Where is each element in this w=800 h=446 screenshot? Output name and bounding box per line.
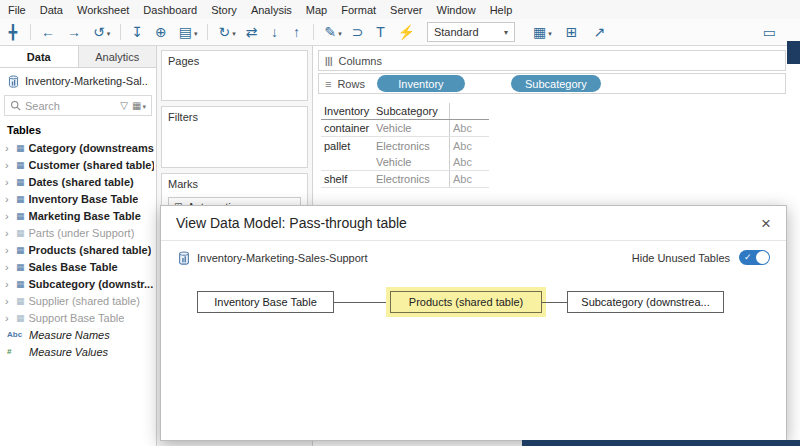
show-mark-labels-icon[interactable]: T — [375, 25, 387, 39]
marks-label: Marks — [168, 178, 301, 190]
field-type-icon: Abc — [7, 330, 25, 339]
measure-label: Measure Values — [29, 346, 108, 358]
new-datasource-icon[interactable]: ⊕ — [155, 25, 169, 39]
new-worksheet-icon[interactable]: ▤ ▾ — [179, 25, 198, 39]
table-row[interactable]: shelf Electronics Abc — [321, 171, 489, 188]
column-header-subcategory[interactable]: Subcategory — [373, 103, 449, 119]
tab-analytics[interactable]: Analytics — [78, 46, 157, 67]
table-list-item[interactable]: › ▦ Parts (under Support) — [0, 224, 156, 241]
menu-item[interactable]: Dashboard — [143, 4, 197, 16]
table-list-item[interactable]: › ▦ Inventory Base Table — [0, 190, 156, 207]
dialog-subheader: Inventory-Marketing-Sales-Support Hide U… — [161, 241, 786, 265]
view-options-icon[interactable]: ▦ ▾ — [132, 100, 146, 111]
datasource-icon — [7, 75, 20, 88]
table-icon: ▦ — [16, 279, 25, 289]
show-me-icon[interactable]: ▦ ▾ — [533, 25, 552, 39]
sort-descending-icon[interactable]: ↑ — [291, 25, 303, 39]
model-node-subcategory[interactable]: Subcategory (downstrea... — [567, 291, 724, 313]
menu-item[interactable]: Format — [341, 4, 376, 16]
expand-chevron-icon[interactable]: › — [5, 193, 12, 205]
table-icon: ▦ — [16, 177, 25, 187]
presentation-mode-icon[interactable]: ▭ — [763, 25, 778, 39]
group-members-icon[interactable]: ⊃ — [352, 25, 366, 39]
menu-item[interactable]: Story — [211, 4, 237, 16]
table-list-item[interactable]: › ▦ Marketing Base Table — [0, 207, 156, 224]
table-label: Dates (shared table) — [29, 176, 134, 188]
table-row[interactable]: pallet Electronics Abc — [321, 137, 489, 154]
menu-item[interactable]: File — [8, 4, 26, 16]
table-label: Parts (under Support) — [29, 227, 135, 239]
redo-icon[interactable]: → — [67, 25, 83, 39]
expand-chevron-icon[interactable]: › — [5, 159, 12, 171]
menu-item[interactable]: Data — [40, 4, 63, 16]
table-row[interactable]: container Vehicle Abc — [321, 120, 489, 137]
rows-shelf[interactable]: ≡ Rows InventorySubcategory — [318, 73, 786, 94]
expand-chevron-icon[interactable]: › — [5, 261, 12, 273]
expand-chevron-icon[interactable]: › — [5, 176, 12, 188]
toolbar-divider — [207, 24, 208, 40]
model-node-inventory-base[interactable]: Inventory Base Table — [197, 291, 334, 313]
expand-chevron-icon[interactable]: › — [5, 312, 12, 324]
expand-chevron-icon[interactable]: › — [5, 142, 12, 154]
table-icon: ▦ — [16, 143, 25, 153]
refresh-icon[interactable]: ↻ ▾ — [218, 25, 235, 39]
model-node-products-highlighted[interactable]: Products (shared table) — [390, 291, 542, 313]
inventory-cell — [321, 154, 373, 170]
expand-chevron-icon[interactable]: › — [5, 244, 12, 256]
search-input[interactable] — [25, 100, 116, 112]
close-icon[interactable]: × — [761, 215, 771, 232]
view-data-table: Inventory Subcategory container Vehicle … — [321, 103, 489, 188]
menu-item[interactable]: Map — [306, 4, 327, 16]
datasource-item[interactable]: Inventory-Marketing-Sal... — [0, 68, 156, 94]
expand-chevron-icon[interactable]: › — [5, 278, 12, 290]
columns-shelf[interactable]: ||| Columns — [318, 50, 786, 71]
filters-shelf[interactable]: Filters — [161, 106, 308, 168]
table-label: Inventory Base Table — [29, 193, 139, 205]
table-list-item[interactable]: › ▦ Support Base Table — [0, 309, 156, 326]
toolbar-divider — [30, 24, 31, 40]
menu-item[interactable]: Worksheet — [77, 4, 129, 16]
dialog-title: View Data Model: Pass-through table — [176, 215, 407, 231]
bottom-scrollbar[interactable] — [522, 440, 800, 446]
subcategory-cell: Vehicle — [373, 154, 449, 170]
table-row[interactable]: Vehicle Abc — [321, 154, 489, 171]
pages-shelf[interactable]: Pages — [161, 50, 308, 101]
inventory-cell: pallet — [321, 137, 373, 154]
table-list-item[interactable]: › ▦ Category (downstreams... — [0, 139, 156, 156]
menu-item[interactable]: Analysis — [251, 4, 292, 16]
highlight-icon[interactable]: ✎ ▾ — [324, 25, 341, 39]
menu-item[interactable]: Help — [490, 4, 513, 16]
share-icon[interactable]: ↗ — [593, 25, 607, 39]
table-list-item[interactable]: › ▦ Sales Base Table — [0, 258, 156, 275]
save-icon[interactable]: ↧ — [131, 25, 145, 39]
expand-chevron-icon[interactable]: › — [5, 210, 12, 222]
filter-funnel-icon[interactable]: ▽ — [120, 100, 128, 111]
table-list-item[interactable]: › ▦ Supplier (shared table) — [0, 292, 156, 309]
swap-axes-icon[interactable]: ⇄ — [246, 25, 260, 39]
table-list-item[interactable]: › ▦ Products (shared table) — [0, 241, 156, 258]
expand-chevron-icon[interactable]: › — [5, 227, 12, 239]
measure-field-item[interactable]: # Measure Values — [0, 343, 156, 360]
menu-item[interactable]: Server — [390, 4, 422, 16]
tableau-window: FileDataWorksheetDashboardStoryAnalysisM… — [0, 0, 800, 446]
hide-unused-tables-label: Hide Unused Tables — [632, 252, 730, 264]
hide-unused-tables-toggle[interactable]: ✓ — [739, 250, 770, 265]
tableau-logo-icon[interactable]: ╋ — [8, 25, 20, 39]
fit-dropdown[interactable]: Standard ▾ — [427, 22, 515, 42]
sort-ascending-icon[interactable]: ↓ — [269, 25, 281, 39]
column-header-inventory[interactable]: Inventory — [321, 103, 373, 119]
field-pill[interactable]: Subcategory — [511, 75, 601, 92]
field-pill[interactable]: Inventory — [377, 75, 465, 92]
undo-icon[interactable]: ← — [41, 25, 57, 39]
table-list-item[interactable]: › ▦ Customer (shared table) — [0, 156, 156, 173]
format-icon[interactable]: ⊞ — [566, 25, 580, 39]
measure-field-item[interactable]: Abc Measure Names — [0, 326, 156, 343]
fix-axes-icon[interactable]: ⚡ — [397, 25, 416, 39]
expand-chevron-icon[interactable]: › — [5, 295, 12, 307]
replay-icon[interactable]: ↺ ▾ — [93, 25, 110, 39]
tab-data[interactable]: Data — [0, 46, 78, 67]
table-list-item[interactable]: › ▦ Subcategory (downstr... — [0, 275, 156, 292]
table-list-item[interactable]: › ▦ Dates (shared table) — [0, 173, 156, 190]
menu-bar: FileDataWorksheetDashboardStoryAnalysisM… — [0, 0, 800, 19]
menu-item[interactable]: Window — [437, 4, 476, 16]
